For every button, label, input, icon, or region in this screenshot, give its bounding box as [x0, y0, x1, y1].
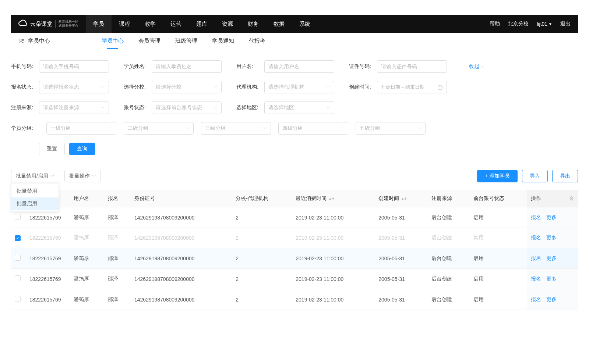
- calendar-icon: [437, 85, 443, 90]
- cell-username: 潘筠厚: [70, 289, 104, 310]
- filter-label-idno: 证件号码:: [349, 63, 375, 70]
- action-more[interactable]: 更多: [546, 255, 557, 261]
- username-input[interactable]: [264, 60, 334, 73]
- batch-toggle-button[interactable]: 批量禁用/启用﹀: [11, 170, 59, 182]
- phone-input[interactable]: [39, 60, 109, 73]
- action-enroll[interactable]: 报名: [531, 255, 541, 261]
- top-nav-item[interactable]: 财务: [240, 15, 266, 33]
- chevron-down-icon: ﹀: [263, 126, 267, 131]
- cell-last-consume: 2019-02-23 11:00:00: [292, 228, 375, 248]
- col-last-consume[interactable]: 最近消费时间▲▼: [292, 190, 375, 207]
- cell-reg-source: 后台创建: [428, 207, 470, 228]
- top-nav-item[interactable]: 课程: [112, 15, 137, 33]
- idno-input[interactable]: [377, 60, 447, 73]
- row-checkbox[interactable]: [15, 296, 21, 302]
- cell-enroll: 邵泽: [104, 269, 131, 289]
- group-select[interactable]: 四级分组﹀: [278, 122, 348, 135]
- top-nav-item[interactable]: 资源: [215, 15, 240, 33]
- row-checkbox[interactable]: [15, 275, 21, 281]
- filter-label-region: 选择地区:: [236, 104, 262, 111]
- chevron-down-icon: ﹀: [214, 105, 218, 111]
- cell-enroll: 邵泽: [104, 289, 131, 310]
- cell-idno: 142629198708009200000: [131, 207, 232, 228]
- row-checkbox[interactable]: ✓: [15, 235, 21, 241]
- action-more[interactable]: 更多: [546, 296, 557, 302]
- logo-text: 云朵课堂: [30, 21, 52, 28]
- group-select[interactable]: 一级分组﹀: [46, 122, 116, 135]
- sub-nav-item[interactable]: 会员管理: [131, 33, 168, 49]
- logout-link[interactable]: 退出: [560, 21, 571, 27]
- reg-source-select[interactable]: 请选择注册来源﹀: [39, 101, 109, 114]
- region-select[interactable]: 请选择地区﹀: [264, 101, 334, 114]
- cell-phone: 18222615769: [26, 248, 70, 269]
- create-time-picker[interactable]: 开始日期 – 结束日期: [377, 81, 447, 93]
- col-create-time[interactable]: 创建时间▲▼: [375, 190, 428, 207]
- chevron-down-icon: ﹀: [214, 85, 218, 90]
- cell-idno: 142629198708009200000: [131, 269, 232, 289]
- sub-nav-item[interactable]: 学员通知: [205, 33, 241, 49]
- action-enroll[interactable]: 报名: [531, 296, 541, 302]
- cell-account-status: 禁用: [470, 228, 527, 248]
- top-nav-item[interactable]: 学员: [86, 15, 112, 33]
- table-row: 18222615769潘筠厚邵泽142629198708009200000220…: [11, 248, 578, 269]
- reset-button[interactable]: 重置: [39, 143, 65, 155]
- action-enroll[interactable]: 报名: [531, 235, 541, 240]
- dropdown-item-enable[interactable]: 批量启用: [11, 197, 59, 210]
- agency-select[interactable]: 请选择代理机构﹀: [264, 81, 334, 93]
- cell-reg-source: 后台创建: [428, 228, 470, 248]
- sub-nav-item[interactable]: 代报考: [241, 33, 273, 49]
- collapse-toggle[interactable]: 收起︿: [469, 63, 484, 70]
- group-select[interactable]: 五级分组﹀: [356, 122, 426, 135]
- top-nav-item[interactable]: 系统: [292, 15, 318, 33]
- group-select[interactable]: 三级分组﹀: [201, 122, 271, 135]
- gear-icon[interactable]: ⚙: [569, 195, 574, 201]
- add-student-button[interactable]: + 添加学员: [477, 170, 518, 182]
- branch-link[interactable]: 北京分校: [508, 21, 529, 27]
- cell-create-time: 2005-05-31: [375, 289, 428, 310]
- name-input[interactable]: [152, 60, 222, 73]
- cell-create-time: 2005-05-31: [375, 269, 428, 289]
- cell-reg-source: 后台创建: [428, 248, 470, 269]
- action-more[interactable]: 更多: [546, 214, 557, 220]
- action-enroll[interactable]: 报名: [531, 214, 541, 220]
- row-checkbox[interactable]: [15, 255, 21, 261]
- export-button[interactable]: 导出: [552, 170, 578, 182]
- chevron-down-icon: ﹀: [326, 85, 330, 90]
- row-checkbox[interactable]: [15, 214, 21, 220]
- cell-enroll: 邵泽: [104, 207, 131, 228]
- cell-account-status: 启用: [470, 289, 527, 310]
- user-menu[interactable]: lijt01▼: [537, 21, 552, 27]
- col-reg-source: 注册来源: [428, 190, 470, 207]
- branch-select[interactable]: 请选择分校﹀: [152, 81, 222, 93]
- account-status-select[interactable]: 请选择前台账号状态﹀: [152, 101, 222, 114]
- top-nav-item[interactable]: 题库: [189, 15, 215, 33]
- cell-enroll: 邵泽: [104, 248, 131, 269]
- action-more[interactable]: 更多: [546, 235, 557, 240]
- dropdown-item-disable[interactable]: 批量禁用: [11, 185, 59, 197]
- logo[interactable]: 云朵课堂 教育机构一站式服务云平台: [18, 19, 86, 29]
- cell-username: 潘筠厚: [70, 248, 104, 269]
- sort-icon: ▲▼: [401, 196, 406, 201]
- sub-nav-item[interactable]: 班级管理: [168, 33, 205, 49]
- action-enroll[interactable]: 报名: [531, 276, 541, 282]
- batch-ops-button[interactable]: 批量操作﹀: [64, 170, 101, 182]
- sub-nav-item[interactable]: 学员中心: [94, 33, 131, 49]
- top-nav-item[interactable]: 数据: [266, 15, 292, 33]
- help-link[interactable]: 帮助: [490, 21, 500, 27]
- import-button[interactable]: 导入: [522, 170, 548, 182]
- group-select[interactable]: 二级分组﹀: [124, 122, 194, 135]
- filter-label-username: 用户名:: [236, 63, 262, 70]
- enroll-status-select[interactable]: 请选择报名状态﹀: [39, 81, 109, 93]
- batch-dropdown: 批量禁用 批量启用: [11, 183, 59, 212]
- chevron-down-icon: ﹀: [50, 174, 54, 179]
- search-button[interactable]: 查询: [69, 143, 95, 155]
- top-nav-item[interactable]: 教学: [137, 15, 163, 33]
- svg-point-0: [20, 39, 22, 41]
- col-enroll: 报名: [104, 190, 131, 207]
- cell-create-time: 2005-05-31: [375, 248, 428, 269]
- filter-label-branch: 选择分校:: [124, 84, 149, 90]
- chevron-down-icon: ﹀: [108, 126, 112, 131]
- top-nav-item[interactable]: 运营: [163, 15, 189, 33]
- action-more[interactable]: 更多: [546, 276, 557, 282]
- sort-icon: ▲▼: [328, 196, 334, 201]
